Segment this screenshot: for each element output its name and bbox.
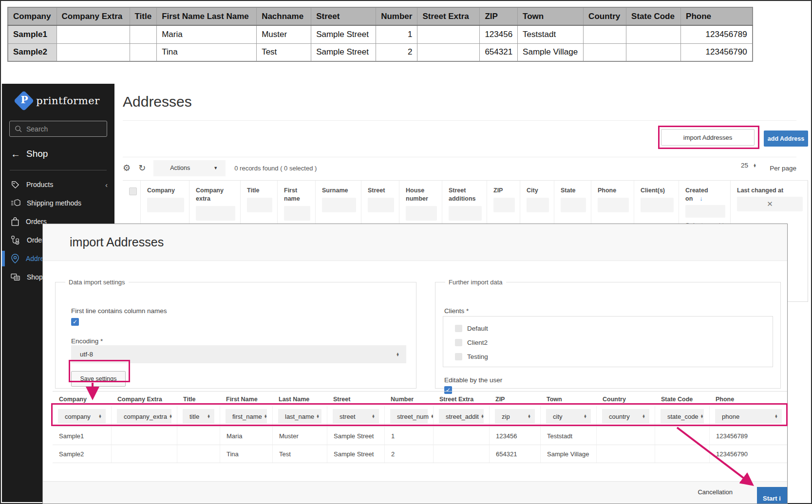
sidebar-divider	[10, 170, 107, 170]
mapping-select-street-extra[interactable]: street_addit▲▼	[439, 409, 484, 424]
filter-input[interactable]	[685, 205, 725, 218]
mapping-select-phone[interactable]: phone▲▼	[715, 409, 782, 424]
mapping-header: State Code	[655, 392, 709, 406]
filter-input[interactable]	[527, 198, 549, 212]
mapping-select-company[interactable]: company▲▼	[58, 409, 106, 424]
cell: Tina	[157, 43, 257, 61]
csv-header: Nachname	[257, 7, 311, 25]
search-icon	[15, 125, 22, 132]
cell	[111, 427, 177, 445]
list-toolbar: ⚙ ↻ Actions ▼ 0 records found ( 0 select…	[123, 158, 796, 178]
cell	[433, 445, 489, 463]
cell	[596, 427, 655, 445]
mapping-select-last-name[interactable]: last_name▲▼	[278, 409, 321, 424]
start-import-button[interactable]: Start i	[757, 487, 787, 504]
import-addresses-modal: import Addresses Data import settings Fi…	[42, 224, 788, 504]
client-option-default[interactable]: Default	[455, 321, 773, 336]
csv-header: Street	[311, 7, 376, 25]
client-option-client2[interactable]: Client2	[455, 336, 773, 350]
actions-dropdown[interactable]: Actions ▼	[153, 160, 226, 176]
sidebar-item-products[interactable]: Products ‹	[2, 175, 114, 194]
client-option-testing[interactable]: Testing	[455, 350, 773, 364]
add-address-button[interactable]: add Address	[764, 131, 808, 147]
mapping-header-row: Company Company Extra Title First Name L…	[53, 392, 787, 406]
clear-filter-icon[interactable]: ✕	[737, 197, 803, 211]
filter-input[interactable]	[641, 198, 674, 212]
mapping-select-town[interactable]: city▲▼	[546, 409, 591, 424]
filter-input[interactable]	[322, 198, 356, 212]
select-all-checkbox[interactable]	[129, 187, 137, 195]
gear-icon[interactable]: ⚙	[123, 163, 131, 173]
cell: Maria	[220, 427, 272, 445]
cell: Sample Village	[518, 43, 584, 61]
map-pin-icon	[11, 254, 19, 263]
filter-input[interactable]	[247, 198, 272, 212]
back-arrow-icon: ←	[11, 149, 20, 159]
clients-list: Default Client2 Testing	[443, 316, 773, 367]
csv-header: First Name Last Name	[157, 7, 257, 25]
filter-input[interactable]	[368, 198, 394, 212]
filter-input[interactable]	[561, 198, 586, 212]
cell: 1	[376, 25, 417, 43]
cell: Tina	[220, 445, 272, 463]
mapping-data-row: Sample1 Maria Muster Sample Street 1 123…	[53, 427, 787, 445]
checkbox-unchecked[interactable]	[455, 325, 462, 332]
mapping-select-street[interactable]: street▲▼	[333, 409, 379, 424]
per-page-value: 25	[741, 162, 748, 169]
cell: 123456	[480, 25, 518, 43]
search-input[interactable]	[26, 125, 94, 133]
filter-input[interactable]	[196, 206, 235, 221]
checkbox-unchecked[interactable]	[455, 353, 462, 360]
mapping-select-state-code[interactable]: state_code▲▼	[661, 409, 704, 424]
cell	[130, 43, 157, 61]
sidebar-search[interactable]	[9, 121, 107, 137]
mapping-select-company-extra[interactable]: company_extra▲▼	[117, 409, 171, 424]
mapping-select-country[interactable]: country▲▼	[602, 409, 649, 424]
per-page-label: Per page	[770, 165, 796, 172]
checkbox-unchecked[interactable]	[455, 339, 462, 346]
cell: Sample2	[53, 445, 111, 463]
workflow-icon	[11, 235, 20, 245]
cell	[130, 25, 157, 43]
mapping-header: First Name	[220, 392, 272, 406]
cell: Muster	[272, 427, 327, 445]
filter-input[interactable]	[449, 206, 482, 221]
data-import-settings-fieldset: Data import settings First line contains…	[55, 279, 416, 389]
filter-input[interactable]	[493, 198, 515, 212]
divider	[123, 120, 796, 121]
cell: 123456789	[709, 427, 787, 445]
filter-input[interactable]	[598, 198, 629, 212]
cell: Test	[272, 445, 327, 463]
refresh-icon[interactable]: ↻	[138, 163, 146, 173]
mapping-header: Street	[327, 392, 384, 406]
import-addresses-button[interactable]: import Addresses	[661, 129, 755, 146]
cell: Maria	[157, 25, 257, 43]
first-line-checkbox[interactable]: ✓	[71, 318, 79, 326]
cancellation-button[interactable]: Cancellation	[698, 488, 733, 496]
mapping-select-first-name[interactable]: first_name▲▼	[226, 409, 267, 424]
filter-input[interactable]	[284, 206, 310, 221]
back-to-shop[interactable]: ← Shop	[11, 149, 114, 159]
mapping-header: Town	[540, 392, 596, 406]
per-page-selector[interactable]: 25 ▲▼	[741, 162, 756, 169]
mapping-select-zip[interactable]: zip▲▼	[495, 409, 535, 424]
encoding-select[interactable]: utf-8 ▲▼	[71, 345, 406, 363]
filter-input[interactable]	[147, 198, 184, 212]
mapping-select-number[interactable]: street_num▲▼	[390, 409, 428, 424]
cell	[417, 25, 480, 43]
cell: Teststadt	[518, 25, 584, 43]
save-settings-button[interactable]: Save settings	[71, 371, 126, 387]
cell: Sample Street	[311, 25, 376, 43]
mapping-header: Last Name	[272, 392, 327, 406]
mapping-header: Number	[384, 392, 433, 406]
cell: 654321	[489, 445, 540, 463]
mapping-header: Company Extra	[111, 392, 177, 406]
filter-input[interactable]	[406, 206, 437, 221]
sidebar-item-shipping-methods[interactable]: Shipping methods	[2, 194, 114, 212]
shipping-box-icon	[11, 198, 20, 208]
csv-header: Company Extra	[57, 7, 130, 25]
csv-header: Company	[8, 7, 57, 25]
mapping-select-title[interactable]: title▲▼	[183, 409, 214, 424]
sort-desc-icon[interactable]: ↓	[699, 195, 702, 202]
cell	[433, 427, 489, 445]
